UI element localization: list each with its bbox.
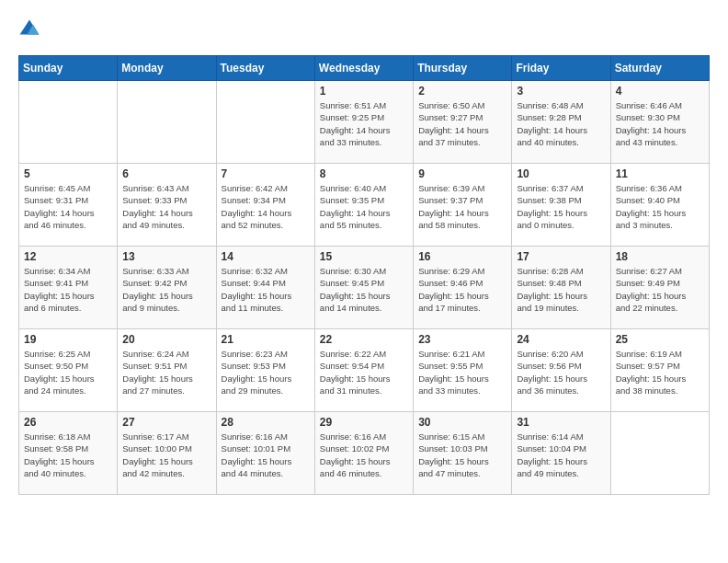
- cell-info: Sunrise: 6:16 AM Sunset: 10:01 PM Daylig…: [222, 431, 310, 479]
- calendar-cell: 21Sunrise: 6:23 AM Sunset: 9:53 PM Dayli…: [216, 329, 314, 412]
- calendar-cell: 16Sunrise: 6:29 AM Sunset: 9:46 PM Dayli…: [414, 247, 512, 329]
- calendar-cell: 11Sunrise: 6:36 AM Sunset: 9:40 PM Dayli…: [610, 164, 709, 247]
- day-number: 16: [418, 250, 506, 263]
- logo: [18, 18, 44, 40]
- calendar-cell: 6Sunrise: 6:43 AM Sunset: 9:33 PM Daylig…: [118, 164, 216, 247]
- page-header: [18, 18, 710, 40]
- day-header-wednesday: Wednesday: [314, 56, 413, 81]
- day-number: 13: [122, 250, 210, 263]
- cell-info: Sunrise: 6:21 AM Sunset: 9:55 PM Dayligh…: [418, 348, 506, 396]
- cell-info: Sunrise: 6:22 AM Sunset: 9:54 PM Dayligh…: [320, 348, 408, 396]
- calendar-cell: 2Sunrise: 6:50 AM Sunset: 9:27 PM Daylig…: [414, 81, 512, 164]
- cell-info: Sunrise: 6:19 AM Sunset: 9:57 PM Dayligh…: [616, 348, 704, 396]
- day-number: 20: [122, 333, 210, 346]
- day-number: 24: [517, 333, 605, 346]
- day-number: 1: [320, 85, 408, 98]
- day-number: 4: [616, 85, 704, 98]
- calendar-cell: 18Sunrise: 6:27 AM Sunset: 9:49 PM Dayli…: [610, 247, 709, 329]
- calendar-cell: 30Sunrise: 6:15 AM Sunset: 10:03 PM Dayl…: [414, 412, 512, 495]
- calendar-cell: 7Sunrise: 6:42 AM Sunset: 9:34 PM Daylig…: [216, 164, 314, 247]
- calendar-cell: 31Sunrise: 6:14 AM Sunset: 10:04 PM Dayl…: [512, 412, 610, 495]
- day-number: 30: [418, 416, 506, 429]
- calendar-cell: 26Sunrise: 6:18 AM Sunset: 9:58 PM Dayli…: [19, 412, 118, 495]
- day-number: 9: [418, 167, 506, 180]
- day-header-monday: Monday: [118, 56, 216, 81]
- day-number: 6: [122, 167, 210, 180]
- calendar-cell: [118, 81, 216, 164]
- calendar-cell: 8Sunrise: 6:40 AM Sunset: 9:35 PM Daylig…: [314, 164, 413, 247]
- cell-info: Sunrise: 6:33 AM Sunset: 9:42 PM Dayligh…: [122, 265, 210, 314]
- calendar-cell: 24Sunrise: 6:20 AM Sunset: 9:56 PM Dayli…: [512, 329, 610, 412]
- cell-info: Sunrise: 6:43 AM Sunset: 9:33 PM Dayligh…: [122, 182, 210, 231]
- calendar-cell: 27Sunrise: 6:17 AM Sunset: 10:00 PM Dayl…: [118, 412, 216, 495]
- week-row-4: 19Sunrise: 6:25 AM Sunset: 9:50 PM Dayli…: [19, 329, 710, 412]
- day-number: 31: [517, 416, 605, 429]
- calendar-cell: 5Sunrise: 6:45 AM Sunset: 9:31 PM Daylig…: [19, 164, 118, 247]
- header-row: SundayMondayTuesdayWednesdayThursdayFrid…: [19, 56, 710, 81]
- calendar-cell: 10Sunrise: 6:37 AM Sunset: 9:38 PM Dayli…: [512, 164, 610, 247]
- calendar-cell: 13Sunrise: 6:33 AM Sunset: 9:42 PM Dayli…: [118, 247, 216, 329]
- day-number: 8: [320, 167, 408, 180]
- day-header-thursday: Thursday: [414, 56, 512, 81]
- day-number: 23: [418, 333, 506, 346]
- cell-info: Sunrise: 6:39 AM Sunset: 9:37 PM Dayligh…: [418, 182, 506, 231]
- cell-info: Sunrise: 6:51 AM Sunset: 9:25 PM Dayligh…: [320, 99, 408, 148]
- cell-info: Sunrise: 6:45 AM Sunset: 9:31 PM Dayligh…: [24, 182, 112, 231]
- calendar-cell: 19Sunrise: 6:25 AM Sunset: 9:50 PM Dayli…: [19, 329, 118, 412]
- day-number: 15: [320, 250, 408, 263]
- cell-info: Sunrise: 6:24 AM Sunset: 9:51 PM Dayligh…: [122, 348, 210, 396]
- calendar-cell: 23Sunrise: 6:21 AM Sunset: 9:55 PM Dayli…: [414, 329, 512, 412]
- cell-info: Sunrise: 6:23 AM Sunset: 9:53 PM Dayligh…: [222, 348, 310, 396]
- cell-info: Sunrise: 6:32 AM Sunset: 9:44 PM Dayligh…: [222, 265, 310, 314]
- day-number: 29: [320, 416, 408, 429]
- calendar-cell: 9Sunrise: 6:39 AM Sunset: 9:37 PM Daylig…: [414, 164, 512, 247]
- cell-info: Sunrise: 6:16 AM Sunset: 10:02 PM Daylig…: [320, 431, 408, 479]
- cell-info: Sunrise: 6:48 AM Sunset: 9:28 PM Dayligh…: [517, 99, 605, 148]
- cell-info: Sunrise: 6:20 AM Sunset: 9:56 PM Dayligh…: [517, 348, 605, 396]
- day-header-saturday: Saturday: [610, 56, 709, 81]
- calendar-table: SundayMondayTuesdayWednesdayThursdayFrid…: [18, 55, 710, 495]
- day-number: 22: [320, 333, 408, 346]
- week-row-2: 5Sunrise: 6:45 AM Sunset: 9:31 PM Daylig…: [19, 164, 710, 247]
- cell-info: Sunrise: 6:40 AM Sunset: 9:35 PM Dayligh…: [320, 182, 408, 231]
- logo-icon: [18, 18, 40, 40]
- day-number: 21: [222, 333, 310, 346]
- day-number: 5: [24, 167, 112, 180]
- cell-info: Sunrise: 6:46 AM Sunset: 9:30 PM Dayligh…: [616, 99, 704, 148]
- week-row-1: 1Sunrise: 6:51 AM Sunset: 9:25 PM Daylig…: [19, 81, 710, 164]
- day-number: 12: [24, 250, 112, 263]
- cell-info: Sunrise: 6:15 AM Sunset: 10:03 PM Daylig…: [418, 431, 506, 479]
- day-number: 25: [616, 333, 704, 346]
- calendar-cell: 25Sunrise: 6:19 AM Sunset: 9:57 PM Dayli…: [610, 329, 709, 412]
- day-number: 14: [222, 250, 310, 263]
- cell-info: Sunrise: 6:34 AM Sunset: 9:41 PM Dayligh…: [24, 265, 112, 314]
- day-number: 3: [517, 85, 605, 98]
- day-number: 18: [616, 250, 704, 263]
- calendar-cell: 3Sunrise: 6:48 AM Sunset: 9:28 PM Daylig…: [512, 81, 610, 164]
- cell-info: Sunrise: 6:14 AM Sunset: 10:04 PM Daylig…: [517, 431, 605, 479]
- cell-info: Sunrise: 6:42 AM Sunset: 9:34 PM Dayligh…: [222, 182, 310, 231]
- cell-info: Sunrise: 6:17 AM Sunset: 10:00 PM Daylig…: [122, 431, 210, 479]
- cell-info: Sunrise: 6:27 AM Sunset: 9:49 PM Dayligh…: [616, 265, 704, 314]
- cell-info: Sunrise: 6:28 AM Sunset: 9:48 PM Dayligh…: [517, 265, 605, 314]
- day-number: 17: [517, 250, 605, 263]
- calendar-cell: 1Sunrise: 6:51 AM Sunset: 9:25 PM Daylig…: [314, 81, 413, 164]
- calendar-cell: 28Sunrise: 6:16 AM Sunset: 10:01 PM Dayl…: [216, 412, 314, 495]
- day-number: 28: [222, 416, 310, 429]
- calendar-cell: [216, 81, 314, 164]
- cell-info: Sunrise: 6:18 AM Sunset: 9:58 PM Dayligh…: [24, 431, 112, 479]
- day-number: 10: [517, 167, 605, 180]
- cell-info: Sunrise: 6:50 AM Sunset: 9:27 PM Dayligh…: [418, 99, 506, 148]
- day-number: 7: [222, 167, 310, 180]
- calendar-cell: 12Sunrise: 6:34 AM Sunset: 9:41 PM Dayli…: [19, 247, 118, 329]
- calendar-cell: [610, 412, 709, 495]
- cell-info: Sunrise: 6:25 AM Sunset: 9:50 PM Dayligh…: [24, 348, 112, 396]
- day-number: 11: [616, 167, 704, 180]
- week-row-5: 26Sunrise: 6:18 AM Sunset: 9:58 PM Dayli…: [19, 412, 710, 495]
- day-header-tuesday: Tuesday: [216, 56, 314, 81]
- cell-info: Sunrise: 6:36 AM Sunset: 9:40 PM Dayligh…: [616, 182, 704, 231]
- day-number: 27: [122, 416, 210, 429]
- week-row-3: 12Sunrise: 6:34 AM Sunset: 9:41 PM Dayli…: [19, 247, 710, 329]
- day-header-friday: Friday: [512, 56, 610, 81]
- calendar-cell: 14Sunrise: 6:32 AM Sunset: 9:44 PM Dayli…: [216, 247, 314, 329]
